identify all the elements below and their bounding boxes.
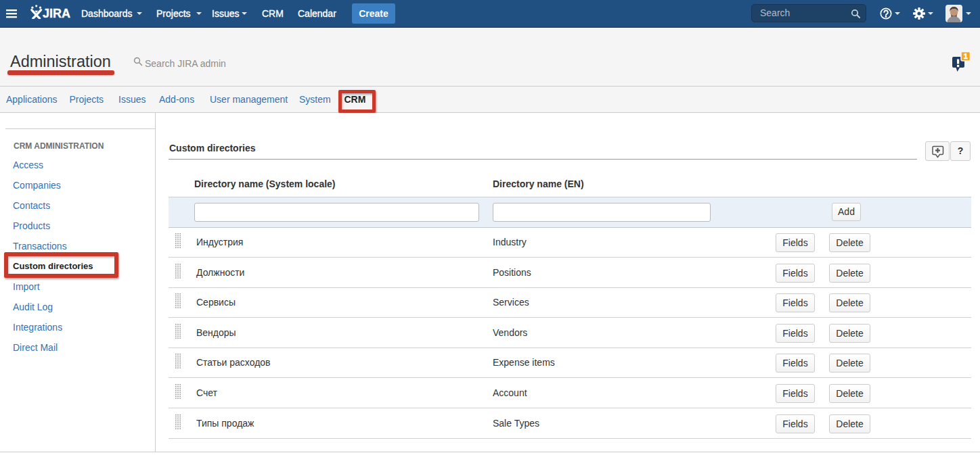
- svg-text:1: 1: [964, 52, 968, 60]
